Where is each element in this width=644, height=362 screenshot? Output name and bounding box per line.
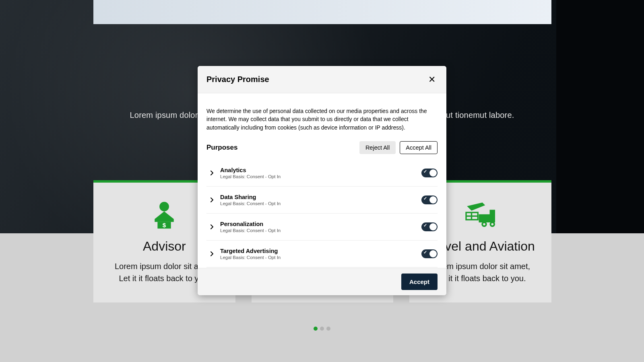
top-banner-strip	[93, 0, 551, 24]
purpose-row-targeted-advertising: Targeted Advertising Legal Basis: Consen…	[206, 241, 438, 267]
chevron-right-icon[interactable]	[208, 169, 215, 177]
pager-dot[interactable]	[314, 327, 318, 331]
purpose-basis: Legal Basis: Consent - Opt In	[220, 228, 421, 233]
svg-text:$: $	[163, 222, 166, 228]
purpose-toggle[interactable]	[421, 169, 438, 177]
accept-all-button[interactable]: Accept All	[400, 141, 438, 154]
purpose-basis: Legal Basis: Consent - Opt In	[220, 255, 421, 260]
modal-header: Privacy Promise ✕	[198, 66, 446, 93]
modal-footer: Accept	[198, 268, 446, 295]
purposes-heading: Purposes	[206, 144, 237, 152]
purpose-toggle[interactable]	[421, 249, 438, 258]
purpose-meta: Personalization Legal Basis: Consent - O…	[220, 221, 421, 233]
purpose-basis: Legal Basis: Consent - Opt In	[220, 201, 421, 206]
svg-rect-6	[479, 214, 495, 222]
close-button[interactable]: ✕	[426, 74, 438, 85]
privacy-modal: Privacy Promise ✕ We determine the use o…	[198, 66, 446, 295]
purposes-button-group: Reject All Accept All	[359, 141, 438, 154]
svg-rect-7	[489, 210, 495, 216]
pager-dot[interactable]	[326, 327, 330, 331]
purpose-list: Analytics Legal Basis: Consent - Opt In …	[206, 163, 438, 267]
purpose-row-data-sharing: Data Sharing Legal Basis: Consent - Opt …	[206, 187, 438, 214]
chevron-right-icon[interactable]	[208, 250, 215, 257]
svg-point-0	[159, 202, 169, 212]
purpose-name: Data Sharing	[220, 194, 421, 200]
accept-button[interactable]: Accept	[401, 274, 438, 290]
pager-dot[interactable]	[320, 327, 324, 331]
purpose-meta: Data Sharing Legal Basis: Consent - Opt …	[220, 194, 421, 206]
chevron-right-icon[interactable]	[208, 223, 215, 230]
purpose-toggle[interactable]	[421, 195, 438, 204]
svg-point-10	[483, 223, 485, 226]
purpose-name: Analytics	[220, 167, 421, 173]
modal-intro-text: We determine the use of personal data co…	[206, 107, 438, 132]
chevron-right-icon[interactable]	[208, 196, 215, 204]
purpose-basis: Legal Basis: Consent - Opt In	[220, 174, 421, 179]
svg-point-11	[491, 223, 493, 226]
feature-card-title: Advisor	[143, 239, 186, 254]
modal-title: Privacy Promise	[206, 75, 269, 84]
travel-aviation-icon	[460, 199, 501, 232]
purpose-row-personalization: Personalization Legal Basis: Consent - O…	[206, 214, 438, 241]
carousel-pager	[0, 327, 644, 331]
reject-all-button[interactable]: Reject All	[359, 141, 396, 154]
purpose-name: Targeted Advertising	[220, 248, 421, 254]
purpose-meta: Analytics Legal Basis: Consent - Opt In	[220, 167, 421, 179]
purpose-name: Personalization	[220, 221, 421, 227]
purpose-meta: Targeted Advertising Legal Basis: Consen…	[220, 248, 421, 260]
purpose-row-analytics: Analytics Legal Basis: Consent - Opt In	[206, 163, 438, 187]
modal-body[interactable]: We determine the use of personal data co…	[198, 93, 446, 268]
purpose-toggle[interactable]	[421, 222, 438, 231]
purposes-header-row: Purposes Reject All Accept All	[206, 141, 438, 154]
close-icon: ✕	[428, 74, 436, 85]
advisor-icon: $	[144, 199, 184, 232]
